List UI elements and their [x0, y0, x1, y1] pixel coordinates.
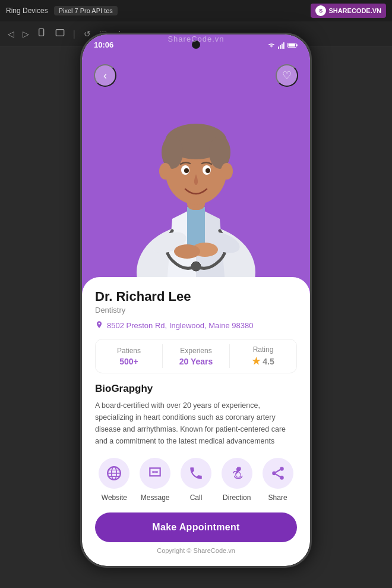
svg-point-40 [272, 471, 276, 476]
direction-icon [229, 466, 245, 481]
signal-icon [278, 42, 285, 49]
svg-point-36 [156, 471, 158, 473]
toolbar-back[interactable]: ◁ [6, 27, 16, 40]
bio-text: A board-certified with over 20 years of … [95, 400, 297, 447]
star-icon: ★ [252, 356, 260, 367]
rating-label: Rating [233, 345, 293, 354]
svg-rect-1 [56, 30, 64, 36]
action-direction[interactable]: Direction [217, 458, 256, 502]
toolbar-tablet[interactable] [53, 26, 67, 41]
sharecode-logo: S [315, 5, 326, 16]
svg-point-37 [236, 467, 241, 471]
patients-label: Patiens [99, 347, 159, 355]
direction-label: Direction [223, 493, 251, 502]
pin-icon [95, 320, 103, 329]
website-icon-circle [99, 458, 129, 489]
location-icon [95, 320, 103, 331]
message-icon-circle [140, 458, 170, 489]
svg-point-17 [174, 244, 200, 259]
top-bar-left: Ring Devices Pixel 7 Pro API tes [6, 6, 118, 15]
stat-patients: Patiens 500+ [96, 341, 162, 372]
call-icon-circle [181, 458, 211, 489]
battery-icon [287, 42, 298, 48]
svg-rect-3 [280, 45, 281, 49]
direction-icon-circle [222, 458, 252, 489]
experience-label: Experiens [166, 347, 226, 355]
svg-point-39 [280, 467, 284, 471]
rating-value: ★ 4.5 [233, 356, 293, 367]
actions-row: Website Message [95, 458, 297, 502]
phone-screen: 10:06 [82, 34, 310, 566]
svg-rect-0 [39, 29, 44, 36]
doctor-svg [113, 82, 279, 308]
stats-row: Patiens 500+ Experiens 20 Years Rating ★… [95, 339, 297, 373]
share-label: Share [268, 493, 287, 502]
bio-title: BioGrapghy [95, 383, 297, 395]
globe-icon [106, 466, 122, 481]
top-bar-right: S SHARECODE.VN [311, 4, 386, 18]
svg-point-28 [221, 163, 233, 180]
sharecode-text: SHARECODE.VN [328, 7, 381, 14]
share-icon [270, 466, 286, 481]
svg-line-43 [276, 470, 280, 472]
svg-rect-7 [296, 44, 298, 46]
svg-rect-8 [289, 43, 295, 46]
status-time: 10:06 [94, 40, 113, 49]
svg-point-35 [154, 471, 156, 473]
stat-rating: Rating ★ 4.5 [230, 339, 296, 373]
website-label: Website [102, 493, 127, 502]
svg-point-27 [159, 163, 171, 180]
top-bar: Ring Devices Pixel 7 Pro API tes S SHARE… [0, 0, 392, 21]
toolbar-divider: | [71, 27, 77, 40]
copyright-text: Copyright © ShareCode.vn [95, 547, 297, 556]
phone-frame: 10:06 [80, 33, 312, 568]
call-label: Call [190, 493, 203, 502]
sharecode-badge: S SHARECODE.VN [311, 4, 386, 18]
call-icon [188, 466, 204, 481]
address-text: 8502 Preston Rd, Inglewood, Maine 98380 [107, 321, 253, 330]
svg-rect-2 [278, 46, 279, 49]
camera-notch [192, 40, 200, 49]
svg-line-42 [276, 474, 280, 477]
wifi-icon [267, 42, 276, 49]
info-card: Dr. Richard Lee Dentistry 8502 Preston R… [82, 277, 310, 566]
action-website[interactable]: Website [95, 458, 134, 502]
experience-value: 20 Years [166, 357, 226, 366]
message-icon [147, 466, 163, 481]
action-call[interactable]: Call [177, 458, 216, 502]
svg-rect-5 [283, 42, 284, 49]
patients-value: 500+ [99, 357, 159, 366]
svg-point-41 [280, 476, 284, 480]
device-label: Ring Devices [6, 7, 48, 15]
favorite-button[interactable]: ♡ [276, 64, 298, 87]
toolbar-forward[interactable]: ▷ [21, 27, 31, 40]
share-icon-circle [263, 458, 293, 489]
svg-point-34 [152, 471, 154, 473]
hero-section: ‹ ♡ [82, 34, 310, 308]
rating-number: 4.5 [263, 357, 274, 366]
status-icons [267, 42, 298, 49]
make-appointment-button[interactable]: Make Appointment [95, 512, 297, 542]
doctor-image [113, 82, 279, 308]
svg-rect-4 [282, 43, 283, 48]
back-button[interactable]: ‹ [94, 64, 116, 87]
action-message[interactable]: Message [136, 458, 175, 502]
svg-point-25 [184, 168, 189, 173]
message-label: Message [141, 493, 170, 502]
svg-point-26 [206, 168, 210, 173]
action-share[interactable]: Share [258, 458, 297, 502]
stat-experience: Experiens 20 Years [163, 341, 229, 372]
doctor-name: Dr. Richard Lee [95, 289, 297, 304]
doctor-address: 8502 Preston Rd, Inglewood, Maine 98380 [95, 320, 297, 331]
toolbar-screen-rotate[interactable] [36, 26, 49, 41]
tab-label: Pixel 7 Pro API tes [54, 6, 118, 15]
doctor-specialty: Dentistry [95, 306, 297, 315]
